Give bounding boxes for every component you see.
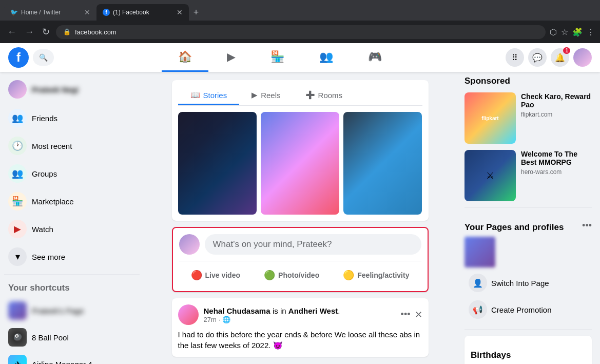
profile-avatar[interactable] bbox=[573, 48, 592, 67]
birthdays-section: Birthdays 🎁 Nitish Badoni's birthday is … bbox=[464, 336, 592, 364]
bookmark-icon[interactable]: ☆ bbox=[561, 27, 568, 37]
photo-video-action[interactable]: 🟢 Photo/video bbox=[258, 265, 325, 285]
sidebar-item-see-more[interactable]: ▾ See more bbox=[4, 243, 140, 270]
nav-marketplace[interactable]: 🏪 bbox=[254, 43, 301, 72]
ad-title-flipkart: Check Karo, Reward Pao bbox=[521, 92, 592, 109]
forward-button[interactable]: → bbox=[23, 25, 36, 40]
post-close[interactable]: ✕ bbox=[415, 309, 422, 320]
create-promotion-action[interactable]: 📢 Create Promotion bbox=[464, 296, 592, 323]
messenger-button[interactable]: 💬 bbox=[528, 48, 547, 67]
create-promotion-label: Create Promotion bbox=[491, 305, 552, 314]
divider-1 bbox=[464, 207, 592, 208]
groups-icon: 👥 bbox=[319, 50, 333, 64]
sidebar-item-groups[interactable]: 👥 Groups bbox=[4, 160, 140, 187]
post-more-options[interactable]: ••• bbox=[401, 309, 411, 320]
most-recent-icon: 🕐 bbox=[8, 137, 27, 155]
new-tab-button[interactable]: + bbox=[189, 5, 203, 20]
shortcut-label-8ball: 8 Ball Pool bbox=[32, 333, 69, 342]
sidebar-item-friends[interactable]: 👥 Friends bbox=[4, 105, 140, 131]
nav-groups[interactable]: 👥 bbox=[303, 43, 350, 72]
switch-into-page-icon: 👤 bbox=[469, 274, 487, 292]
tab-twitter[interactable]: 🐦 Home / Twitter ✕ bbox=[4, 4, 96, 21]
birthdays-title: Birthdays bbox=[471, 350, 586, 360]
content-area: 📖 Stories ▶ Reels ➕ Rooms bbox=[172, 80, 429, 357]
ad-item-flipkart[interactable]: flipkart Check Karo, Reward Pao flipkart… bbox=[464, 92, 592, 144]
marketplace-label: Marketplace bbox=[32, 197, 74, 206]
pages-more-icon[interactable]: ••• bbox=[582, 220, 592, 231]
notifications-button[interactable]: 🔔 1 bbox=[551, 48, 569, 67]
ad-domain-flipkart: flipkart.com bbox=[521, 111, 592, 118]
feeling-icon: 🟡 bbox=[343, 270, 354, 281]
address-bar[interactable]: 🔒 facebook.com bbox=[56, 25, 546, 39]
close-tab-twitter[interactable]: ✕ bbox=[84, 8, 90, 16]
stories-tab-label: Stories bbox=[203, 91, 227, 100]
post-input-field[interactable]: What's on your mind, Prateek? bbox=[205, 234, 421, 255]
watch-label: Watch bbox=[32, 225, 53, 234]
ad-title-herowars: Welcome To The Best MMORPG bbox=[521, 150, 592, 166]
story-item-3[interactable] bbox=[343, 112, 422, 215]
tab-rooms[interactable]: ➕ Rooms bbox=[293, 86, 355, 105]
watch-sidebar-icon: ▶ bbox=[8, 220, 27, 238]
post-time: 27m bbox=[204, 316, 217, 323]
browser-toolbar: ← → ↻ 🔒 facebook.com ⬡ ☆ 🧩 ⋮ bbox=[0, 21, 600, 43]
feeling-activity-action[interactable]: 🟡 Feeling/activity bbox=[337, 265, 415, 285]
post-user-name[interactable]: Nehal Chudasama bbox=[204, 306, 270, 315]
nav-gaming[interactable]: 🎮 bbox=[352, 43, 398, 72]
post-header: Nehal Chudasama is in Andheri West. 27m … bbox=[178, 304, 422, 325]
facebook-body: Prateek Negi 👥 Friends 🕐 Most recent 👥 G… bbox=[0, 72, 600, 364]
search-bar[interactable]: 🔍 bbox=[33, 49, 54, 66]
facebook-app: f 🔍 🏠 ▶ 🏪 👥 🎮 ⠿ 💬 🔔 bbox=[0, 43, 600, 364]
ad-thumbnail-flipkart: flipkart bbox=[464, 92, 516, 144]
post-user-avatar-nehal bbox=[178, 304, 199, 325]
divider-2 bbox=[464, 329, 592, 330]
stories-tab-icon: 📖 bbox=[190, 90, 200, 100]
extension-icon[interactable]: 🧩 bbox=[572, 27, 583, 37]
nav-watch[interactable]: ▶ bbox=[210, 43, 252, 72]
home-icon: 🏠 bbox=[178, 50, 192, 64]
story-item-1[interactable] bbox=[178, 112, 257, 215]
post-user-name-row: Nehal Chudasama is in Andheri West. bbox=[204, 306, 396, 316]
sidebar-item-marketplace[interactable]: 🏪 Marketplace bbox=[4, 188, 140, 215]
groups-label: Groups bbox=[32, 169, 57, 178]
sidebar: Prateek Negi 👥 Friends 🕐 Most recent 👥 G… bbox=[0, 72, 144, 364]
search-icon: 🔍 bbox=[39, 53, 48, 62]
tab-stories[interactable]: 📖 Stories bbox=[178, 86, 240, 105]
story-item-2[interactable] bbox=[261, 112, 339, 215]
nav-home[interactable]: 🏠 bbox=[162, 43, 208, 72]
shortcut-item-8ball[interactable]: 🎱 8 Ball Pool bbox=[4, 324, 140, 351]
marketplace-sidebar-icon: 🏪 bbox=[8, 192, 27, 210]
news-post: Nehal Chudasama is in Andheri West. 27m … bbox=[172, 298, 429, 357]
shortcut-item-page[interactable]: Prateek's Page bbox=[4, 297, 140, 324]
friends-label: Friends bbox=[32, 114, 57, 123]
sidebar-item-most-recent[interactable]: 🕐 Most recent bbox=[4, 132, 140, 159]
ad-item-herowars[interactable]: ⚔ Welcome To The Best MMORPG hero-wars.c… bbox=[464, 150, 592, 201]
ad-info-herowars: Welcome To The Best MMORPG hero-wars.com bbox=[521, 150, 592, 201]
shortcut-item-airline[interactable]: ✈ Airline Manager 4 bbox=[4, 351, 140, 364]
back-button[interactable]: ← bbox=[5, 25, 18, 40]
tab-reels[interactable]: ▶ Reels bbox=[239, 86, 293, 105]
shortcut-icon-airline: ✈ bbox=[8, 355, 27, 364]
tab-title-twitter: Home / Twitter bbox=[21, 9, 61, 16]
sidebar-item-watch[interactable]: ▶ Watch bbox=[4, 216, 140, 242]
stories-tabs: 📖 Stories ▶ Reels ➕ Rooms bbox=[178, 86, 422, 106]
apps-button[interactable]: ⠿ bbox=[506, 48, 524, 67]
post-options: ••• ✕ bbox=[401, 309, 422, 320]
post-privacy: 🌐 bbox=[222, 316, 230, 323]
tab-facebook[interactable]: f (1) Facebook ✕ bbox=[96, 4, 189, 21]
ad-thumbnail-herowars: ⚔ bbox=[464, 150, 516, 201]
post-location-name: Andheri West bbox=[288, 306, 338, 315]
cast-icon[interactable]: ⬡ bbox=[550, 27, 557, 37]
stories-card: 📖 Stories ▶ Reels ➕ Rooms bbox=[172, 80, 429, 221]
live-video-action[interactable]: 🔴 Live video bbox=[185, 265, 246, 285]
facebook-logo[interactable]: f bbox=[8, 47, 29, 68]
sidebar-profile[interactable]: Prateek Negi bbox=[4, 76, 140, 103]
shortcut-icon-8ball: 🎱 bbox=[8, 328, 27, 347]
feeling-label: Feeling/activity bbox=[357, 271, 409, 279]
see-more-label: See more bbox=[32, 253, 65, 261]
browser-menu[interactable]: ⋮ bbox=[587, 27, 595, 37]
post-meta: 27m · 🌐 bbox=[204, 316, 396, 323]
switch-into-page-action[interactable]: 👤 Switch Into Page bbox=[464, 270, 592, 296]
shortcut-label-airline: Airline Manager 4 bbox=[32, 360, 92, 365]
close-tab-facebook[interactable]: ✕ bbox=[177, 8, 183, 16]
refresh-button[interactable]: ↻ bbox=[40, 24, 52, 40]
